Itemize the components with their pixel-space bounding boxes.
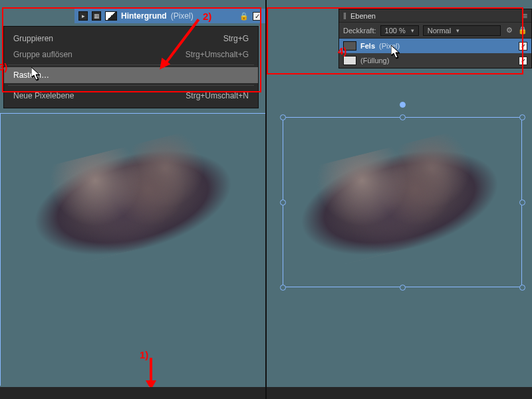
layer-name[interactable]: Fels — [360, 42, 375, 50]
menu-shortcut: Strg+G — [223, 34, 249, 43]
menu-label: Neue Pixelebene — [13, 91, 74, 100]
handle-s[interactable] — [400, 285, 406, 291]
menu-divider — [8, 85, 254, 86]
collapse-toggle-icon[interactable]: ▸ — [78, 11, 88, 21]
visibility-checkbox[interactable]: ✓ — [519, 42, 527, 51]
panel-header[interactable]: ‖ Ebenen ≡ — [339, 9, 531, 23]
handle-e[interactable] — [519, 200, 525, 205]
selection-box-right[interactable] — [283, 117, 522, 287]
status-bar-right — [267, 387, 532, 399]
opacity-value[interactable]: 100 % — [380, 25, 419, 36]
lock-icon[interactable]: 🔒 — [518, 26, 527, 35]
layer-thumbnail[interactable] — [343, 56, 356, 65]
layer-row-fels[interactable]: Fels (Pixel) ✓ — [339, 39, 531, 53]
blend-mode-select[interactable]: Normal — [423, 25, 501, 36]
layer-row-hintergrund[interactable]: ▸ ▦ Hintergrund (Pixel) 🔒 ✓ — [74, 9, 265, 23]
layer-type: (Pixel) — [379, 42, 400, 50]
menu-shortcut: Strg+Umschalt+G — [186, 50, 249, 59]
handle-w[interactable] — [280, 200, 286, 205]
visibility-checkbox[interactable]: ✓ — [253, 12, 261, 21]
canvas-left[interactable]: × ▸ ▦ Hintergrund (Pixel) 🔒 ✓ Gruppieren… — [0, 0, 265, 399]
handle-sw[interactable] — [280, 285, 286, 291]
status-bar-left — [0, 387, 265, 399]
menu-item-gruppieren[interactable]: Gruppieren Strg+G — [4, 31, 258, 47]
gear-icon[interactable]: ⚙ — [505, 26, 514, 35]
menu-divider — [8, 65, 254, 65]
handle-nw[interactable] — [280, 114, 286, 120]
handle-ne[interactable] — [519, 114, 525, 120]
layer-thumbnail[interactable] — [105, 11, 117, 21]
opacity-label: Deckkraft: — [343, 27, 376, 35]
menu-label: Rastern… — [13, 70, 49, 80]
menu-label: Gruppieren — [13, 34, 53, 43]
menu-shortcut: Strg+Umschalt+N — [186, 91, 249, 100]
visibility-checkbox[interactable]: ✓ — [519, 57, 527, 65]
canvas-right[interactable]: ‖ Ebenen ≡ Deckkraft: 100 % Normal ⚙ 🔒 F… — [267, 0, 532, 399]
handle-n[interactable] — [400, 114, 406, 120]
layer-type: (Pixel) — [171, 11, 194, 21]
menu-item-neue-pixelebene[interactable]: Neue Pixelebene Strg+Umschalt+N — [4, 88, 258, 104]
panel-menu-icon[interactable]: ≡ — [523, 11, 527, 21]
lock-icon[interactable]: 🔒 — [239, 12, 249, 21]
handle-se[interactable] — [519, 285, 525, 291]
panel-options-row: Deckkraft: 100 % Normal ⚙ 🔒 — [339, 23, 531, 39]
layer-name[interactable]: Hintergrund — [121, 11, 167, 21]
mask-thumb-icon: ▦ — [92, 11, 101, 21]
layers-panel: ‖ Ebenen ≡ Deckkraft: 100 % Normal ⚙ 🔒 F… — [338, 9, 532, 68]
selection-box-left — [0, 113, 265, 386]
menu-item-rastern[interactable]: Rastern… — [4, 67, 258, 83]
context-menu: Gruppieren Strg+G Gruppe auflösen Strg+U… — [3, 26, 259, 108]
panel-title: Ebenen — [350, 12, 519, 20]
menu-item-gruppe-aufloesen: Gruppe auflösen Strg+Umschalt+G — [4, 47, 258, 63]
panel-tab-icon[interactable]: ‖ — [343, 12, 346, 19]
layer-row-fuellung[interactable]: (Füllung) ✓ — [339, 53, 531, 68]
rotate-handle[interactable] — [400, 102, 406, 108]
menu-label: Gruppe auflösen — [13, 50, 72, 59]
layer-thumbnail[interactable] — [343, 41, 356, 51]
layer-name[interactable]: (Füllung) — [360, 57, 389, 65]
